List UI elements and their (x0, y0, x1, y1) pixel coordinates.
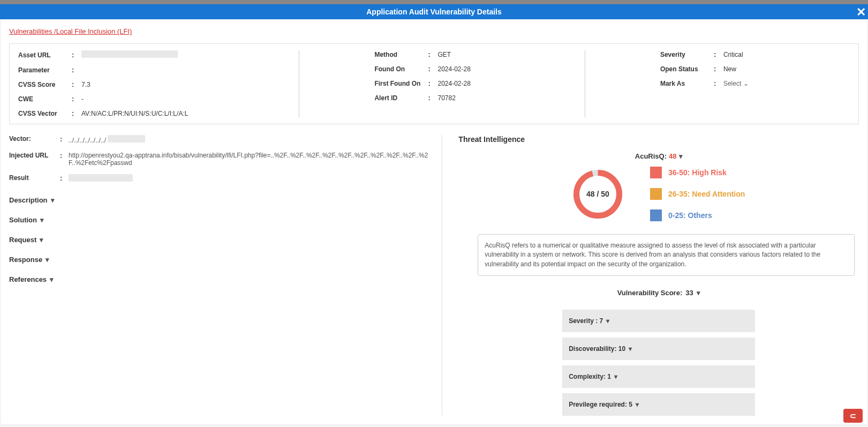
vector-label: Vector: (9, 135, 60, 144)
asset-url-label: Asset URL (18, 51, 72, 59)
legend-need-attention: 26-35: Need Attention (650, 188, 745, 200)
donut-center-value: 48 / 50 (572, 169, 623, 220)
acurisq-line[interactable]: AcuRisQ: 48 ▾ (458, 152, 859, 160)
modal-header: Application Audit Vulnerability Details … (0, 4, 868, 19)
modal-title: Application Audit Vulnerability Details (366, 8, 502, 16)
cvss-score-label: CVSS Score (18, 81, 72, 88)
severity-label: Severity (660, 51, 714, 58)
alert-id-value: 70782 (437, 94, 455, 102)
content-panel: Vulnerabilities /Local File Inclusion (L… (1, 19, 867, 424)
first-found-on-label: First Found On (374, 80, 428, 87)
legend-others: 0-25: Others (650, 209, 745, 221)
donut-chart-row: 48 / 50 36-50: High Risk 26-35: Need Att… (458, 167, 859, 221)
alert-id-label: Alert ID (374, 94, 428, 102)
swatch-icon (650, 167, 662, 178)
caret-down-icon: ▾ (614, 373, 617, 380)
threat-intel-title: Threat Intelligence (458, 135, 859, 144)
caret-down-icon: ▾ (629, 345, 632, 353)
cwe-value: - (81, 95, 84, 103)
redacted-block (81, 50, 178, 58)
result-value (69, 174, 431, 183)
details-column-3: Severity:Critical Open Status:New Mark A… (585, 50, 854, 117)
asset-url-value (81, 50, 178, 59)
caret-down-icon: ▾ (40, 216, 44, 224)
swatch-icon (650, 209, 662, 221)
acurisq-info-text: AcuRisQ refers to a numerical or qualita… (478, 234, 855, 276)
swatch-icon (650, 188, 662, 200)
acurisq-score: 48 (669, 152, 676, 160)
response-section-toggle[interactable]: Response▾ (9, 256, 431, 264)
injected-url-label: Injected URL (9, 152, 60, 167)
solution-section-toggle[interactable]: Solution▾ (9, 216, 431, 224)
chart-legend: 36-50: High Risk 26-35: Need Attention 0… (650, 167, 745, 221)
method-value: GET (437, 51, 451, 58)
mark-as-label: Mark As (660, 80, 714, 87)
open-status-value: New (723, 65, 736, 73)
left-pane: Vector: : ../../../../../../../ Injected… (9, 135, 442, 416)
vulnerability-score-toggle[interactable]: Vulnerability Score: 33 ▾ (458, 289, 859, 297)
severity-card[interactable]: Severity : 7▾ (562, 310, 755, 332)
mark-as-select[interactable]: Select⌄ (723, 80, 749, 87)
close-icon[interactable]: ✕ (856, 5, 866, 19)
request-section-toggle[interactable]: Request▾ (9, 236, 431, 244)
backdrop (0, 0, 868, 4)
acurisq-donut-chart: 48 / 50 (572, 169, 623, 220)
discoverability-card[interactable]: Discoverability: 10▾ (562, 338, 755, 360)
caret-down-icon: ▾ (46, 256, 49, 264)
threat-intelligence-pane: Threat Intelligence AcuRisQ: 48 ▾ 48 / 5… (442, 135, 859, 416)
score-cards: Severity : 7▾ Discoverability: 10▾ Compl… (458, 310, 859, 416)
details-column-1: Asset URL: Parameter: CVSS Score:7.3 CWE… (14, 50, 299, 117)
severity-value: Critical (723, 51, 743, 58)
caret-down-icon: ▾ (679, 152, 683, 160)
vector-value: ../../../../../../../ (69, 135, 431, 144)
legend-high-risk: 36-50: High Risk (650, 167, 745, 178)
complexity-card[interactable]: Complexity: 1▾ (562, 365, 755, 388)
chevron-down-icon: ⌄ (743, 80, 749, 87)
cvss-vector-value: AV:N/AC:L/PR:N/UI:N/S:U/C:L/I:L/A:L (81, 110, 188, 117)
caret-down-icon: ▾ (40, 236, 43, 244)
cvss-score-value: 7.3 (81, 81, 90, 88)
breadcrumb-leaf: /Local File Inclusion (LFI) (54, 27, 132, 35)
details-grid: Asset URL: Parameter: CVSS Score:7.3 CWE… (9, 43, 859, 124)
privilege-card[interactable]: Previlege required: 5▾ (562, 393, 755, 416)
first-found-on-value: 2024-02-28 (437, 80, 470, 87)
injected-url-value: http://openrestyou2.qa-apptrana.info/bis… (69, 152, 431, 167)
method-label: Method (374, 51, 428, 58)
breadcrumb-root: Vulnerabilities (9, 27, 54, 35)
description-section-toggle[interactable]: Description▾ (9, 196, 431, 204)
caret-down-icon: ▾ (51, 196, 55, 204)
result-label: Result (9, 174, 60, 183)
redacted-block (108, 135, 145, 143)
found-on-value: 2024-02-28 (437, 65, 470, 73)
corner-badge-icon[interactable]: ⊂ (843, 409, 863, 423)
parameter-label: Parameter (18, 66, 72, 74)
redacted-block (69, 174, 133, 182)
breadcrumb[interactable]: Vulnerabilities /Local File Inclusion (L… (9, 27, 132, 35)
found-on-label: Found On (374, 65, 428, 73)
caret-down-icon: ▾ (606, 317, 609, 325)
cvss-vector-label: CVSS Vector (18, 110, 72, 117)
open-status-label: Open Status (660, 65, 714, 73)
lower-section: Vector: : ../../../../../../../ Injected… (9, 135, 859, 416)
references-section-toggle[interactable]: References▾ (9, 275, 431, 283)
details-column-2: Method:GET Found On:2024-02-28 First Fou… (299, 50, 585, 117)
caret-down-icon: ▾ (50, 275, 54, 283)
caret-down-icon: ▾ (636, 401, 639, 408)
caret-down-icon: ▾ (697, 289, 700, 297)
cwe-label: CWE (18, 95, 72, 103)
